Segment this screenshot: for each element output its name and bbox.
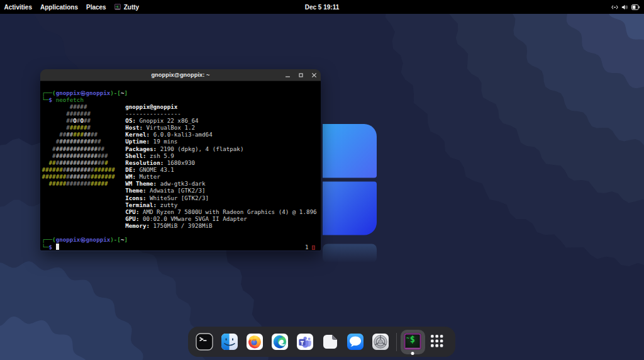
terminal-line: ┌──(gnoppix㉿gnoppix)-[~] — [42, 89, 317, 96]
window-title: gnoppix@gnoppix: ~ — [151, 72, 209, 78]
dock-icon-files[interactable] — [217, 327, 242, 357]
terminal-line: ############### Packages: 2190 (dpkg), 4… — [42, 145, 317, 152]
battery-icon — [631, 4, 640, 11]
dock-icon-settings[interactable] — [368, 327, 393, 357]
minimize-button[interactable] — [282, 69, 293, 81]
terminal-line — [42, 229, 317, 236]
running-indicator-dot — [411, 352, 414, 355]
focused-app-label: Zutty — [124, 4, 139, 11]
terminal-line: ####### Host: VirtualBox 1.2 — [42, 124, 317, 131]
dock-icon-messages[interactable] — [343, 327, 368, 357]
volume-icon — [621, 4, 628, 11]
svg-text:~$: ~$ — [115, 5, 118, 8]
applications-menu[interactable]: Applications — [36, 0, 82, 14]
terminal-line: ################# Resolution: 1680x930 — [42, 159, 317, 166]
close-button[interactable] — [308, 69, 319, 81]
dock-icon-teams[interactable] — [292, 327, 318, 357]
terminal-line: └─$ 1 — [42, 244, 317, 250]
zutty-app-icon: ~$ — [114, 4, 121, 10]
network-icon — [611, 4, 618, 11]
terminal-line: Memory: 1750MiB / 3928MiB — [42, 222, 317, 229]
terminal-window: gnoppix@gnoppix: ~ ┌──(gnoppix㉿gnoppix)-… — [40, 69, 321, 251]
desktop: Activities Applications Places ~$ Zutty … — [0, 0, 644, 360]
svg-text:~: ~ — [406, 335, 409, 341]
terminal-line: ##O#O## OS: Gnoppix 22 x86_64 — [42, 117, 317, 124]
svg-text:$: $ — [410, 334, 415, 344]
dock-icon-zutty[interactable]: ~$ — [400, 327, 425, 357]
terminal-line: ############# Uptime: 19 mins — [42, 138, 317, 145]
terminal-line: ┌──(gnoppix㉿gnoppix)-[~] — [42, 236, 317, 243]
terminal-line: ##### gnoppix@gnoppix — [42, 103, 317, 110]
terminal-line: Icons: WhiteSur [GTK2/3] — [42, 194, 317, 201]
terminal-line: └─$ neofetch — [42, 96, 317, 103]
terminal-line: ########### Kernel: 6.0.0-kali3-amd64 — [42, 131, 317, 138]
terminal-line: ####### ---------------- — [42, 110, 317, 117]
terminal-line: GPU: 00:02.0 VMware SVGA II Adapter — [42, 215, 317, 222]
terminal-line: Theme: Adwaita [GTK2/3] — [42, 187, 317, 194]
terminal-line: ################# WM Theme: adw-gtk3-dar… — [42, 180, 317, 187]
logo-reflection — [323, 244, 377, 263]
system-status-area[interactable] — [611, 0, 640, 14]
focused-app-menu[interactable]: ~$ Zutty — [110, 0, 143, 14]
terminal-line: Terminal: zutty — [42, 201, 317, 208]
dock-icon-app-grid[interactable] — [425, 327, 450, 357]
maximize-button[interactable] — [295, 69, 306, 81]
dock-icon-document[interactable] — [318, 327, 343, 357]
window-titlebar[interactable]: gnoppix@gnoppix: ~ — [40, 69, 321, 81]
places-menu[interactable]: Places — [82, 0, 110, 14]
dock-icon-terminal[interactable] — [192, 327, 217, 357]
activities-button[interactable]: Activities — [0, 0, 36, 14]
terminal-cursor — [56, 244, 60, 250]
activities-label: Activities — [4, 4, 32, 11]
dock-icon-firefox[interactable] — [242, 327, 267, 357]
clock-label: Dec 5 19:11 — [305, 4, 340, 11]
top-bar: Activities Applications Places ~$ Zutty … — [0, 0, 644, 14]
dock: ~$ — [188, 327, 455, 357]
dock-icon-edge[interactable] — [267, 327, 292, 357]
places-label: Places — [86, 4, 106, 11]
terminal-text: ┌──(gnoppix㉿gnoppix)-[~]└─$ neofetch ###… — [42, 89, 317, 250]
terminal-line: ################ Shell: zsh 5.9 — [42, 152, 317, 159]
terminal-line: CPU: AMD Ryzen 7 5800U with Radeon Graph… — [42, 208, 317, 215]
terminal-line: ##################### DE: GNOME 43.1 — [42, 166, 317, 173]
clock[interactable]: Dec 5 19:11 — [305, 4, 340, 11]
applications-label: Applications — [40, 4, 78, 11]
terminal-line: ##################### WM: Mutter — [42, 173, 317, 180]
dock-separator — [396, 333, 397, 351]
terminal-screen[interactable]: ┌──(gnoppix㉿gnoppix)-[~]└─$ neofetch ###… — [40, 81, 321, 250]
